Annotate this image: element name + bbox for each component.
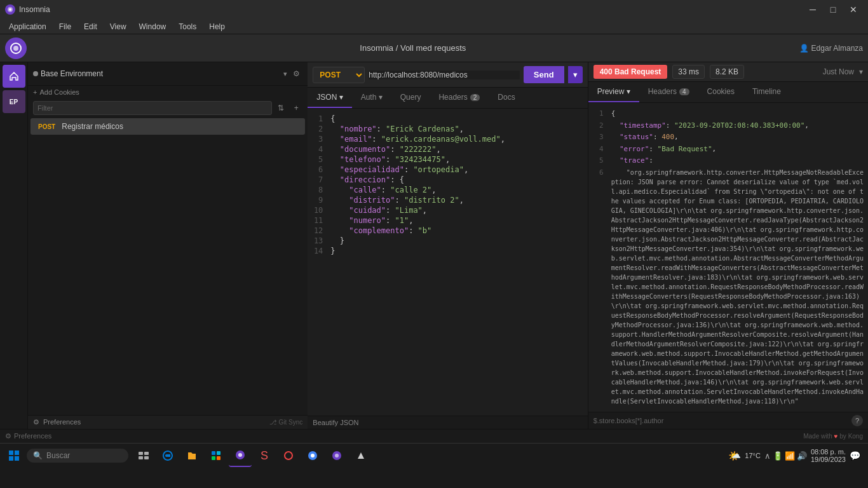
- files-app-btn[interactable]: [180, 444, 203, 467]
- app6-btn[interactable]: [277, 444, 300, 467]
- title-bar-icon: [5, 4, 15, 15]
- home-nav-btn[interactable]: [3, 65, 25, 88]
- gear-icon: ⚙: [33, 418, 39, 426]
- menu-file[interactable]: File: [53, 21, 78, 32]
- title-bar: Insomnia ─ □ ✕: [0, 0, 868, 19]
- taskbar-clock: 08:08 p. m. 19/09/2023: [811, 448, 846, 463]
- user-icon: 👤: [799, 44, 809, 53]
- tab-docs[interactable]: Docs: [489, 88, 524, 108]
- svg-rect-9: [144, 452, 149, 455]
- taskbar-search[interactable]: 🔍 Buscar: [27, 449, 128, 463]
- svg-rect-8: [139, 452, 143, 455]
- tab-cookies[interactable]: Cookies: [698, 82, 743, 102]
- env-status-dot: [33, 71, 38, 76]
- svg-rect-6: [9, 456, 13, 461]
- tab-query[interactable]: Query: [391, 88, 430, 108]
- menu-application[interactable]: Application: [3, 21, 53, 32]
- url-input[interactable]: [369, 71, 520, 79]
- windows-start-btn[interactable]: [3, 444, 25, 467]
- svg-rect-11: [144, 456, 149, 459]
- request-url-bar: POST GET PUT DELETE Send ▾: [308, 62, 587, 88]
- title-bar-title: Insomnia: [19, 5, 803, 14]
- code-line: 10 "cuidad": "Lima",: [308, 205, 587, 215]
- nav-panel: Base Environment ▾ ⚙ + Add Cookies ⇅ + P…: [28, 62, 308, 429]
- response-tabs: Preview ▾ Headers 4 Cookies Timeline: [588, 82, 868, 103]
- method-select[interactable]: POST GET PUT DELETE: [313, 67, 365, 83]
- app5-btn[interactable]: S: [253, 444, 276, 467]
- response-filter-input[interactable]: $.store.books[*].author: [593, 417, 664, 424]
- code-line: 12 "complemento": "b": [308, 226, 587, 236]
- code-line: 11 "numero": "1",: [308, 215, 587, 226]
- svg-rect-7: [15, 456, 19, 461]
- insomnia-taskbar-btn[interactable]: [229, 444, 252, 467]
- env-settings-btn[interactable]: ⚙: [290, 67, 302, 80]
- request-panel: POST GET PUT DELETE Send ▾ JSON ▾ Auth ▾…: [308, 62, 588, 429]
- svg-rect-13: [217, 451, 220, 455]
- taskbar-apps: S: [132, 444, 372, 467]
- preferences-bar: ⚙ Preferences ⎇ Git Sync: [28, 415, 308, 429]
- minimize-button[interactable]: ─: [803, 3, 822, 16]
- add-cookies-btn[interactable]: + Add Cookies: [28, 86, 308, 98]
- beautify-json-btn[interactable]: Beautify JSON: [313, 419, 358, 426]
- notification-icon[interactable]: 💬: [850, 451, 860, 461]
- code-line: 6 "especialidad": "ortopedia",: [308, 165, 587, 175]
- menu-window[interactable]: Window: [133, 21, 173, 32]
- list-item[interactable]: POST Registrar médicos: [31, 118, 305, 135]
- preferences-btn[interactable]: Preferences: [43, 418, 81, 426]
- menu-edit[interactable]: Edit: [78, 21, 104, 32]
- tab-json[interactable]: JSON ▾: [308, 88, 351, 108]
- send-button[interactable]: Send: [524, 66, 564, 83]
- tab-headers[interactable]: Headers 2: [430, 88, 489, 108]
- add-request-btn[interactable]: +: [290, 102, 302, 114]
- taskbar: 🔍 Buscar S 🌤️ 17°: [0, 443, 868, 468]
- task-view-btn[interactable]: [132, 444, 155, 467]
- filter-bar: ⇅ +: [28, 98, 308, 118]
- tab-timeline[interactable]: Timeline: [743, 82, 790, 102]
- app8-btn[interactable]: [325, 444, 348, 467]
- edge-app-btn[interactable]: [156, 444, 179, 467]
- ep-nav-btn[interactable]: EP: [3, 90, 25, 113]
- svg-rect-5: [15, 451, 19, 455]
- tab-auth[interactable]: Auth ▾: [352, 88, 391, 108]
- user-info: 👤 Edgar Almanza: [799, 44, 863, 53]
- help-icon[interactable]: ?: [851, 415, 863, 426]
- code-line: 14}: [308, 246, 587, 256]
- env-selector: Base Environment ▾ ⚙: [28, 62, 308, 86]
- status-badge: 400 Bad Request: [593, 65, 668, 79]
- tab-resp-headers[interactable]: Headers 4: [639, 82, 698, 102]
- app9-btn[interactable]: [349, 444, 372, 467]
- response-time: 33 ms: [672, 65, 705, 79]
- svg-rect-14: [212, 456, 215, 460]
- menu-help[interactable]: Help: [203, 21, 231, 32]
- request-body-editor[interactable]: 1{ 2 "nombre": "Erick Cardenas", 3 "emai…: [308, 109, 587, 416]
- add-cookies-label: Add Cookies: [39, 88, 79, 96]
- env-chevron-icon: ▾: [283, 70, 287, 78]
- store-app-btn[interactable]: [205, 444, 227, 467]
- git-sync-label: ⎇ Git Sync: [269, 419, 303, 426]
- resp-line: 5 "trace":: [588, 155, 868, 167]
- resp-line: 6 "org.springframework.http.converter.Ht…: [588, 167, 868, 407]
- code-line: 5 "telefono": "324234475",: [308, 154, 587, 165]
- response-header: 400 Bad Request 33 ms 8.2 KB Just Now ▾: [588, 62, 868, 82]
- heart-icon: ♥: [834, 433, 838, 440]
- clock-date: 19/09/2023: [811, 456, 846, 463]
- response-body: 1{ 2 "timestamp": "2023-09-20T02:08:40.3…: [588, 103, 868, 412]
- sort-btn[interactable]: ⇅: [275, 102, 287, 114]
- code-line: 4 "documento": "222222",: [308, 144, 587, 154]
- close-button[interactable]: ✕: [844, 3, 863, 16]
- response-panel: 400 Bad Request 33 ms 8.2 KB Just Now ▾ …: [588, 62, 868, 429]
- send-dropdown-btn[interactable]: ▾: [568, 66, 583, 83]
- code-line: 9 "distrito": "distrito 2",: [308, 195, 587, 205]
- app7-btn[interactable]: [301, 444, 324, 467]
- svg-rect-10: [139, 456, 143, 459]
- git-sync-text: Git Sync: [279, 419, 303, 426]
- menu-tools[interactable]: Tools: [172, 21, 203, 32]
- maximize-button[interactable]: □: [824, 3, 843, 16]
- filter-input[interactable]: [33, 101, 272, 115]
- menu-view[interactable]: View: [104, 21, 133, 32]
- tab-preview[interactable]: Preview ▾: [588, 82, 639, 102]
- method-badge: POST: [36, 123, 58, 131]
- svg-point-19: [311, 454, 315, 458]
- top-bar: Insomnia / Voll med requests 👤 Edgar Alm…: [0, 34, 868, 62]
- preferences-label[interactable]: Preferences: [14, 432, 51, 440]
